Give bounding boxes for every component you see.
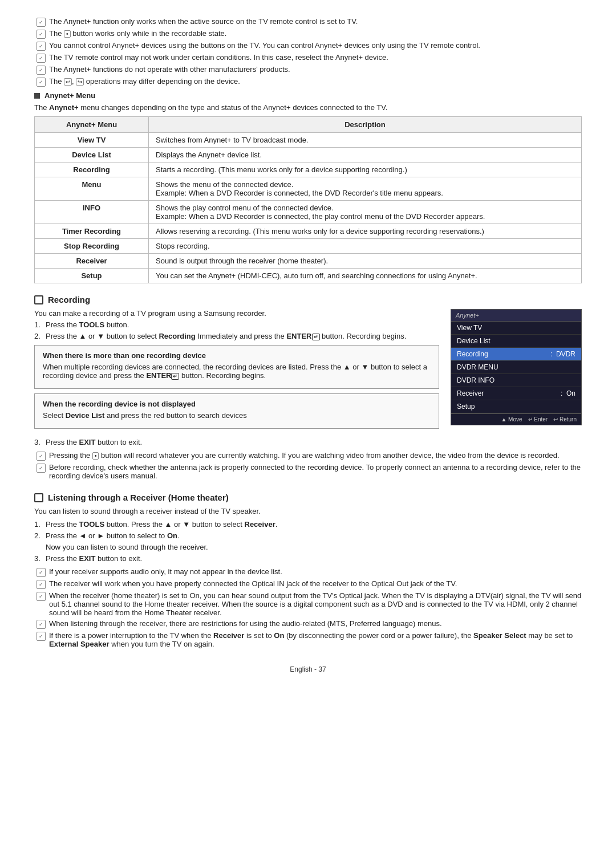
info-box-not-displayed: When the recording device is not display… bbox=[34, 393, 439, 429]
recording-steps: 1. Press the TOOLS button. 2. Press the … bbox=[34, 320, 439, 340]
recording-notes: Pressing the • button will record whatev… bbox=[34, 451, 582, 480]
checkbox-icon bbox=[34, 295, 43, 304]
listening-intro: You can listen to sound through a receiv… bbox=[34, 507, 582, 515]
table-row: Device List Displays the Anynet+ device … bbox=[35, 148, 582, 162]
listening-title: Listening through a Receiver (Home theat… bbox=[34, 493, 582, 502]
table-row: Menu Shows the menu of the connected dev… bbox=[35, 177, 582, 201]
table-row: View TV Switches from Anynet+ to TV broa… bbox=[35, 133, 582, 148]
listen-step-2: 2. Press the ◄ or ► button to select to … bbox=[34, 531, 582, 540]
anynet-menu-table: Anynet+ Menu Description View TV Switche… bbox=[34, 116, 582, 283]
top-bullets: The Anynet+ function only works when the… bbox=[34, 17, 582, 87]
listen-note-2: The receiver will work when you have pro… bbox=[34, 579, 582, 589]
section-title-label: Anynet+ Menu bbox=[44, 91, 95, 100]
note-item: Pressing the • button will record whatev… bbox=[34, 451, 582, 461]
bullet-item: The ↩, ↪ operations may differ depending… bbox=[34, 77, 582, 87]
listening-notes: If your receiver supports audio only, it… bbox=[34, 567, 582, 648]
note-icon bbox=[37, 30, 46, 39]
panel-item-recording: Recording: DVDR bbox=[451, 348, 581, 361]
step-1: 1. Press the TOOLS button. bbox=[34, 320, 439, 329]
listening-steps: 1. Press the TOOLS button. Press the ▲ o… bbox=[34, 520, 582, 563]
recording-title: Recording bbox=[34, 295, 582, 304]
listening-title-label: Listening through a Receiver (Home theat… bbox=[48, 493, 229, 502]
panel-item-dvdr-info: DVDR INFO bbox=[451, 374, 581, 387]
table-row: Stop Recording Stops recording. bbox=[35, 239, 582, 254]
table-header-menu: Anynet+ Menu bbox=[35, 117, 149, 133]
anynet-menu-header: Anynet+ Menu bbox=[34, 91, 582, 100]
info-box-text-2: Select Device List and press the red but… bbox=[43, 411, 431, 420]
page-number: English - 37 bbox=[290, 665, 326, 673]
bullet-item: The • button works only while in the rec… bbox=[34, 29, 582, 39]
anynet-panel-title: Anynet+ bbox=[451, 310, 581, 322]
info-box-text-1: When multiple recording devices are conn… bbox=[43, 363, 431, 380]
panel-item-setup: Setup bbox=[451, 400, 581, 413]
listen-note-5: If there is a power interruption to the … bbox=[34, 631, 582, 648]
table-row: Recording Starts a recording. (This menu… bbox=[35, 162, 582, 177]
listen-note-4: When listening through the receiver, the… bbox=[34, 619, 582, 629]
note-icon bbox=[37, 54, 46, 63]
table-row: INFO Shows the play control menu of the … bbox=[35, 201, 582, 224]
recording-intro: You can make a recording of a TV program… bbox=[34, 309, 439, 318]
note-icon bbox=[37, 464, 46, 473]
recording-content: You can make a recording of a TV program… bbox=[34, 309, 582, 433]
section-bullet bbox=[34, 93, 40, 99]
listen-step-2b: Now you can listen to sound through the … bbox=[34, 543, 582, 551]
info-box-title-1: When there is more than one recording de… bbox=[43, 351, 431, 360]
bullet-item: The Anynet+ functions do not operate wit… bbox=[34, 65, 582, 75]
step-2: 2. Press the ▲ or ▼ button to select Rec… bbox=[34, 332, 439, 340]
step-3: 3. Press the EXIT button to exit. bbox=[34, 438, 582, 446]
panel-item-dvdr-menu: DVDR MENU bbox=[451, 361, 581, 374]
bullet-item: The Anynet+ function only works when the… bbox=[34, 17, 582, 27]
table-row: Setup You can set the Anynet+ (HDMI-CEC)… bbox=[35, 269, 582, 283]
note-icon bbox=[37, 592, 46, 601]
note-icon bbox=[37, 42, 46, 51]
listen-note-1: If your receiver supports audio only, it… bbox=[34, 567, 582, 577]
bullet-item: The TV remote control may not work under… bbox=[34, 53, 582, 63]
recording-left-panel: You can make a recording of a TV program… bbox=[34, 309, 439, 433]
anynet-panel: Anynet+ View TV Device List Recording: D… bbox=[451, 309, 582, 425]
note-icon bbox=[37, 78, 46, 87]
note-icon bbox=[37, 632, 46, 641]
listen-note-3: When the receiver (home theater) is set … bbox=[34, 591, 582, 617]
table-row: Receiver Sound is output through the rec… bbox=[35, 254, 582, 269]
anynet-panel-footer: ▲ Move ↵ Enter ↩ Return bbox=[451, 413, 581, 425]
panel-item-viewtv: View TV bbox=[451, 322, 581, 335]
note-icon bbox=[37, 452, 46, 461]
anynet-side-panel: Anynet+ View TV Device List Recording: D… bbox=[451, 309, 582, 433]
bullet-item: You cannot control Anynet+ devices using… bbox=[34, 41, 582, 51]
note-icon bbox=[37, 66, 46, 75]
table-header-desc: Description bbox=[149, 117, 582, 133]
info-box-title-2: When the recording device is not display… bbox=[43, 400, 431, 408]
anynet-menu-description: The Anynet+ menu changes depending on th… bbox=[34, 103, 582, 112]
note-item: Before recording, check whether the ante… bbox=[34, 463, 582, 480]
note-icon bbox=[37, 18, 46, 27]
listen-step-1: 1. Press the TOOLS button. Press the ▲ o… bbox=[34, 520, 582, 529]
page-footer: English - 37 bbox=[34, 665, 582, 673]
recording-title-label: Recording bbox=[48, 295, 90, 304]
checkbox-icon-2 bbox=[34, 493, 43, 502]
panel-item-receiver: Receiver: On bbox=[451, 387, 581, 400]
note-icon bbox=[37, 580, 46, 589]
note-icon bbox=[37, 620, 46, 629]
panel-item-devicelist: Device List bbox=[451, 335, 581, 348]
table-row: Timer Recording Allows reserving a recor… bbox=[35, 224, 582, 239]
recording-step3-list: 3. Press the EXIT button to exit. bbox=[34, 438, 582, 446]
listen-step-3: 3. Press the EXIT button to exit. bbox=[34, 554, 582, 563]
info-box-multiple-devices: When there is more than one recording de… bbox=[34, 345, 439, 389]
note-icon bbox=[37, 568, 46, 577]
